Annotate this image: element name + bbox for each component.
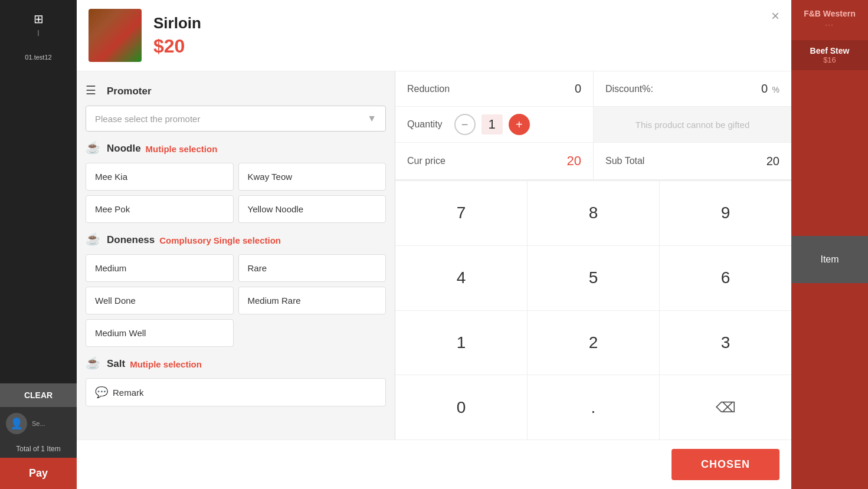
remark-icon: 💬: [95, 386, 108, 399]
user-label: 01.test12: [25, 54, 51, 61]
remark-label: Remark: [113, 388, 144, 398]
doneness-tag-compulsory: Complusory: [159, 235, 211, 245]
numpad-key-8[interactable]: 8: [528, 181, 659, 245]
product-price: $20: [153, 35, 201, 57]
promoter-section-header: ☰ Promoter: [86, 83, 386, 100]
quantity-row: Quantity − 1 + This product cannot: [395, 107, 791, 143]
numpad-key-backspace[interactable]: ⌫: [660, 375, 791, 439]
discount-label: Discount%:: [605, 84, 653, 94]
gift-cell: This product cannot be gifted: [594, 107, 791, 142]
numpad-key-6[interactable]: 6: [660, 246, 791, 310]
noodle-icon: ☕: [86, 140, 102, 157]
modal-body: ☰ Promoter Please select the promoter ▼ …: [77, 71, 791, 439]
plus-icon: +: [516, 118, 523, 132]
modal-overlay: Sirloin $20 × ☰ Promoter Please select t…: [77, 0, 791, 489]
doneness-section-header: ☕ Doneness Complusory Single selection: [86, 232, 386, 248]
left-panel-bottom: CLEAR 👤 Se... Total of 1 Item Pay: [0, 383, 77, 489]
background-right-panel: F&B Western ··· Beef Stew $16 Item: [791, 0, 868, 489]
remark-button[interactable]: 💬 Remark: [86, 378, 386, 406]
gift-text: This product cannot be gifted: [636, 120, 749, 130]
noodle-option-mee-pok[interactable]: Mee Pok: [86, 195, 234, 223]
numpad-key-dot[interactable]: .: [528, 375, 659, 439]
promoter-dropdown[interactable]: Please select the promoter ▼: [86, 106, 386, 132]
sub-total-label: Sub Total: [605, 156, 644, 166]
modal-footer: CHOSEN: [77, 439, 791, 489]
doneness-option-medium-well[interactable]: Medium Well: [86, 319, 234, 347]
doneness-option-medium-rare[interactable]: Medium Rare: [238, 287, 386, 314]
numpad-key-2[interactable]: 2: [528, 311, 659, 375]
backspace-icon: ⌫: [716, 399, 736, 416]
noodle-option-mee-kia[interactable]: Mee Kia: [86, 163, 234, 191]
user-avatar: 👤: [6, 413, 27, 434]
doneness-option-rare[interactable]: Rare: [238, 254, 386, 282]
numpad-key-7[interactable]: 7: [395, 181, 527, 245]
doneness-option-medium[interactable]: Medium: [86, 254, 234, 282]
quantity-minus-button[interactable]: −: [454, 114, 476, 135]
salt-icon: ☕: [86, 356, 102, 372]
pay-button[interactable]: Pay: [0, 458, 77, 489]
sub-total-value: 20: [767, 155, 779, 168]
promoter-arrow-icon: ▼: [367, 113, 376, 124]
total-items-label: Total of 1 Item: [0, 440, 77, 458]
numpad-key-3[interactable]: 3: [660, 311, 791, 375]
promoter-label: Promoter: [107, 86, 152, 97]
options-panel: ☰ Promoter Please select the promoter ▼ …: [77, 71, 395, 439]
chosen-button[interactable]: CHOSEN: [672, 449, 779, 480]
background-left-panel: ⊞ | 01.test12 CLEAR 👤 Se... Total of 1 I…: [0, 0, 77, 489]
doneness-label: Doneness: [107, 234, 155, 246]
salt-label: Salt: [107, 358, 125, 370]
reduction-value: 0: [575, 82, 581, 96]
numpad-key-0[interactable]: 0: [395, 375, 527, 439]
cur-price-label: Cur price: [407, 156, 446, 166]
doneness-options-grid: Medium Rare Well Done Medium Rare Medium…: [86, 254, 386, 347]
modal-header: Sirloin $20 ×: [77, 0, 791, 71]
numpad-key-4[interactable]: 4: [395, 246, 527, 310]
quantity-label: Quantity: [407, 119, 443, 130]
product-image: [89, 9, 142, 62]
right-item-name: Beef Stew: [797, 46, 862, 55]
noodle-options-grid: Mee Kia Kway Teow Mee Pok Yellow Noodle: [86, 163, 386, 223]
modal-header-info: Sirloin $20: [153, 14, 201, 57]
app-logo-area: ⊞ |: [31, 6, 47, 42]
discount-cell: Discount%: 0 %: [594, 71, 791, 106]
noodle-option-yellow-noodle[interactable]: Yellow Noodle: [238, 195, 386, 223]
numpad-key-5[interactable]: 5: [528, 246, 659, 310]
noodle-option-kway-teow[interactable]: Kway Teow: [238, 163, 386, 191]
right-category-dots: ···: [825, 21, 834, 28]
minus-icon: −: [461, 118, 469, 132]
right-category-title: F&B Western: [801, 6, 859, 21]
quantity-plus-button[interactable]: +: [509, 114, 530, 135]
right-item-card[interactable]: Beef Stew $16: [791, 40, 868, 70]
numpad-key-9[interactable]: 9: [660, 181, 791, 245]
numpad-panel: Reduction 0 Discount%: 0 % Quantity: [395, 71, 791, 439]
noodle-tag: Mutiple selection: [146, 144, 218, 154]
product-name: Sirloin: [153, 14, 201, 32]
quantity-controls: − 1 +: [454, 114, 530, 135]
item-button[interactable]: Item: [791, 236, 868, 283]
right-item-price: $16: [797, 55, 862, 64]
numpad-key-1[interactable]: 1: [395, 311, 527, 375]
salt-tag: Mutiple selection: [130, 359, 202, 369]
reduction-row: Reduction 0 Discount%: 0 %: [395, 71, 791, 107]
noodle-section-header: ☕ Noodle Mutiple selection: [86, 140, 386, 157]
numpad: 7894561230.⌫: [395, 180, 791, 439]
clear-button[interactable]: CLEAR: [0, 383, 77, 407]
reduction-cell: Reduction 0: [395, 71, 594, 106]
quantity-value: 1: [482, 114, 503, 134]
doneness-option-well-done[interactable]: Well Done: [86, 287, 234, 314]
price-row: Cur price 20 Sub Total 20: [395, 143, 791, 180]
close-icon[interactable]: ×: [771, 9, 779, 23]
cur-price-cell: Cur price 20: [395, 143, 594, 179]
promoter-icon: ☰: [86, 83, 102, 100]
noodle-label: Noodle: [107, 143, 141, 155]
doneness-tag-single: Single selection: [214, 235, 281, 245]
salt-section-header: ☕ Salt Mutiple selection: [86, 356, 386, 372]
search-placeholder: Se...: [32, 420, 45, 427]
promoter-placeholder: Please select the promoter: [95, 114, 200, 124]
discount-unit: %: [772, 85, 779, 94]
quantity-cell: Quantity − 1 +: [395, 107, 594, 142]
reduction-label: Reduction: [407, 84, 450, 94]
discount-value: 0: [761, 82, 768, 95]
doneness-icon: ☕: [86, 232, 102, 248]
cur-price-value: 20: [567, 153, 581, 169]
